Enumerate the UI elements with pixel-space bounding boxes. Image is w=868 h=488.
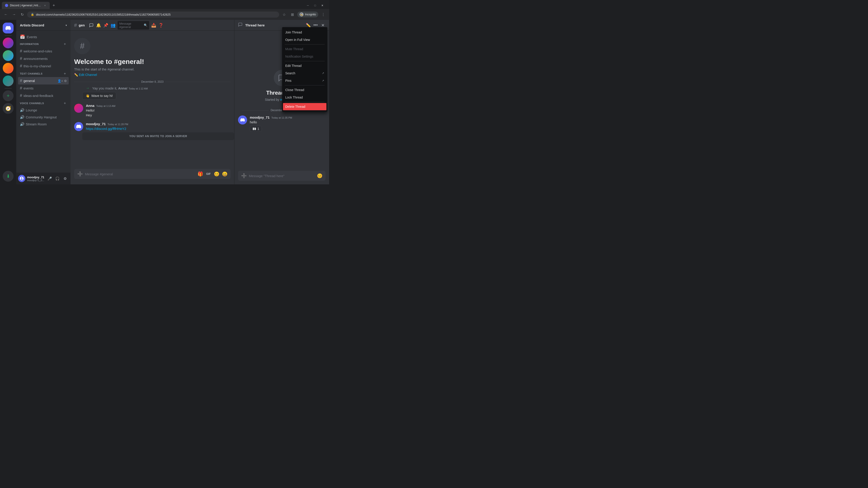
context-menu-search[interactable]: Search ↗ [283,70,327,77]
mute-thread-label: Mute Thread [285,47,303,51]
edit-channel-button[interactable]: ✏️ Edit Channel [74,73,97,76]
server-list: + 🧭 ⬇ [0,20,16,184]
user-settings-button[interactable]: ⚙ [61,175,69,182]
channel-announcements[interactable]: # announcements [18,55,69,62]
system-message-suffix: ! [127,86,128,90]
header-divider [87,23,87,28]
close-thread-label: Close Thread [285,88,304,92]
window-close[interactable]: × [319,2,326,8]
moodjoy-avatar[interactable] [74,122,83,131]
server-divider [4,35,12,36]
notifications-button[interactable]: 🔔 [96,23,101,28]
menu-button[interactable]: ⋮ [320,11,327,18]
server-icon-3[interactable] [3,63,13,74]
external-link-icon-2: ↗ [322,79,324,82]
thread-emoji-button[interactable]: 😊 [316,173,323,179]
gif-button[interactable]: GIF [205,171,212,177]
forward-button[interactable]: → [11,11,17,18]
edit-channel-label: Edit Channel [79,73,97,76]
settings-icon[interactable]: ⚙ [64,79,67,83]
incognito-button[interactable]: 🕵 Incognito [297,11,318,18]
discord-invite-link[interactable]: https://discord.gg/fffHHeY2 [86,127,126,131]
window-minimize[interactable]: ─ [305,2,311,8]
channel-hash-icon: # [20,78,22,83]
thread-attach-button[interactable]: ➕ [241,173,247,179]
address-bar[interactable]: 🔒 discord.com/channels/11823620100679352… [27,11,279,18]
channel-name: this-is-my-channel [24,64,67,68]
add-voice-channel-button[interactable]: + [63,101,67,105]
extension-button[interactable]: ⊞ [289,11,296,18]
server-icon-2[interactable] [3,50,13,61]
voice-channels-header[interactable]: VOICE CHANNELS + [18,100,69,106]
message-input[interactable] [85,172,195,176]
channel-welcome-icon: # [74,38,90,54]
sidebar-item-events[interactable]: 📅 Events [18,33,69,41]
active-tab[interactable]: Discord | #general | Artists Disco... × [2,2,50,9]
voice-channel-lounge[interactable]: 🔊 Lounge [18,107,69,113]
chat-messages: # Welcome to #general! This is the start… [70,31,234,169]
window-maximize[interactable]: □ [312,2,318,8]
thread-input-box: ➕ 😊 [238,171,326,181]
tab-close-button[interactable]: × [43,4,46,7]
information-section-header[interactable]: INFORMATION + [18,41,69,47]
channel-title: gen [79,23,85,27]
context-menu-close-thread[interactable]: Close Thread [283,86,327,94]
context-menu-pins[interactable]: Pins ↗ [283,77,327,84]
channel-this-is-my-channel[interactable]: # this-is-my-channel [18,62,69,70]
add-member-icon[interactable]: 👤+ [57,79,63,83]
channel-events[interactable]: # events [18,85,69,92]
context-menu-delete-thread[interactable]: Delete Thread [283,103,327,110]
channel-general[interactable]: # general 👤+ ⚙ [18,77,69,85]
text-channels-header[interactable]: TEXT CHANNELS + [18,71,69,76]
server-icon-1[interactable] [3,37,13,48]
back-button[interactable]: ← [3,11,9,18]
thread-icon [238,22,243,28]
anna-avatar[interactable] [74,104,83,113]
wave-button[interactable]: 👋 Wave to say hi! [82,92,116,100]
context-menu-open-full-view[interactable]: Open in Full View [283,36,327,43]
inbox-button[interactable]: 📥 [151,23,156,28]
attach-button[interactable]: ➕ [77,171,83,177]
refresh-button[interactable]: ↻ [19,11,25,18]
server-header[interactable]: Artists Discord ▾ [16,20,70,31]
explore-servers-button[interactable]: 🧭 [3,103,13,114]
user-avatar[interactable] [18,175,25,182]
channel-ideas-and-feedback[interactable]: # ideas-and-feedback [18,92,69,99]
help-button[interactable]: ❓ [158,23,164,28]
add-info-channel-button[interactable]: + [63,42,67,46]
thread-msg-avatar[interactable] [238,116,247,125]
add-server-button[interactable]: + [3,90,13,101]
moodjoy-timestamp: Today at 11:28 PM [107,123,128,126]
channel-name: Stream Room [26,122,67,126]
discord-home-button[interactable] [3,23,13,33]
context-menu-lock-thread[interactable]: Lock Thread [283,94,327,101]
bookmark-button[interactable]: ☆ [281,11,287,18]
server-icon-4[interactable] [3,75,13,86]
search-placeholder: Message #general [119,22,142,29]
channel-hash-icon: # [20,49,22,54]
emoji-button[interactable]: 😀 [221,171,228,177]
members-list-button[interactable]: 👥 [110,23,116,28]
mute-button[interactable]: 🎤 [46,175,53,182]
channel-welcome-and-rules[interactable]: # welcome-and-rules [18,47,69,55]
channel-search[interactable]: Message #general 🔍 [118,21,149,30]
download-button[interactable]: ⬇ [3,171,13,182]
new-tab-button[interactable]: + [51,2,57,8]
add-text-channel-button[interactable]: + [63,72,67,76]
context-menu-join-thread[interactable]: Join Thread [283,29,327,36]
thread-message-input[interactable] [249,174,315,178]
voice-channel-stream-room[interactable]: 🔊 Stream Room [18,121,69,128]
system-timestamp: Today at 1:12 AM [129,87,148,90]
channel-hash-icon: # [20,86,22,91]
sticker-button[interactable]: 😊 [213,171,220,177]
pinned-messages-button[interactable]: 📌 [103,23,108,28]
context-menu-edit-thread[interactable]: Edit Thread [283,62,327,69]
reaction-badge[interactable]: 👀 1 [250,126,262,132]
gift-button[interactable]: 🎁 [197,171,204,177]
tab-favicon [5,4,8,7]
threads-button[interactable] [89,23,94,28]
deafen-button[interactable]: 🎧 [54,175,61,182]
channel-name: Lounge [26,108,67,112]
voice-channel-community-hangout[interactable]: 🔊 Community Hangout [18,113,69,121]
browser-nav: ← → ↻ 🔒 discord.com/channels/11823620100… [0,9,329,20]
